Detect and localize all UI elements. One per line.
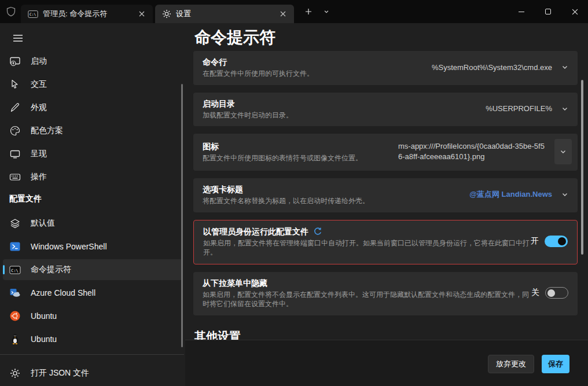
sidebar-item-defaults[interactable]: 默认值 (3, 213, 182, 234)
run-as-admin-toggle[interactable] (545, 236, 568, 247)
minimize-button[interactable] (508, 0, 535, 23)
setting-row-starting-directory[interactable]: 启动目录 加载配置文件时启动的目录。 %USERPROFILE% (193, 93, 578, 127)
admin-shield-icon (6, 6, 16, 19)
open-json-file-button[interactable]: 打开 JSON 文件 (3, 362, 182, 384)
gear-icon (9, 368, 21, 378)
chevron-down-icon (560, 148, 567, 155)
sidebar: 启动 交互 外观 配色方案 呈现 操作 配置文件 默认值 (0, 23, 185, 386)
svg-text:C:\: C:\ (30, 12, 36, 16)
setting-row-tab-title[interactable]: 选项卡标题 将配置文件名称替换为标题，以在启动时传递给外壳。 @蓝点网 Land… (193, 178, 578, 212)
icon-path-value: ms-appx:///ProfileIcons/{0caa0dad-35be-5… (398, 141, 547, 162)
page-title: 命令提示符 (194, 27, 275, 49)
pen-icon (9, 102, 21, 113)
sidebar-item-windows-powershell[interactable]: Windows PowerShell (3, 236, 182, 257)
starting-directory-value: %USERPROFILE% (486, 104, 552, 113)
close-icon (572, 9, 578, 15)
sidebar-item-rendering[interactable]: 呈现 (3, 144, 182, 164)
chevron-down-icon[interactable] (561, 105, 568, 112)
tab-label: 设置 (176, 9, 191, 19)
setting-row-hide-from-dropdown[interactable]: 从下拉菜单中隐藏 如果启用，配置文件将不会显示在配置文件列表中。这可用于隐藏默认… (193, 272, 578, 315)
close-tab-icon[interactable] (137, 9, 147, 19)
svg-text:C:\: C:\ (11, 268, 19, 273)
content-scrollbar[interactable] (581, 80, 583, 255)
keyboard-icon (9, 171, 21, 183)
setting-row-command-line[interactable]: 命令行 在配置文件中所使用的可执行文件。 %SystemRoot%\System… (193, 51, 578, 85)
monitor-icon (9, 148, 21, 160)
cmd-icon: C:\ (28, 10, 38, 19)
chevron-down-icon (324, 9, 329, 14)
hamburger-menu-button[interactable] (8, 30, 28, 46)
save-button[interactable]: 保存 (542, 355, 569, 373)
sidebar-divider (0, 354, 184, 355)
palette-icon (9, 125, 21, 137)
layers-icon (9, 218, 21, 229)
toggle-state-label: 关 (531, 288, 539, 298)
sidebar-item-actions[interactable]: 操作 (3, 167, 182, 188)
plus-icon (305, 8, 312, 15)
powershell-icon (9, 241, 21, 252)
sidebar-item-ubuntu-tux[interactable]: Ubuntu (3, 329, 182, 350)
setting-row-run-as-admin[interactable]: 以管理员身份运行此配置文件 如果启用，配置文件将在管理终端窗口中自动打开。如果当… (193, 220, 578, 264)
chevron-down-icon[interactable] (561, 64, 568, 71)
maximize-button[interactable] (535, 0, 561, 23)
toggle-knob (547, 289, 555, 297)
maximize-icon (545, 9, 551, 14)
sidebar-item-startup[interactable]: 启动 (3, 51, 182, 72)
titlebar: C:\ 管理员: 命令提示符 设置 (0, 0, 588, 23)
setting-row-icon[interactable]: 图标 配置文件中所使用图标的表情符号或图像文件位置。 ms-appx:///Pr… (193, 134, 578, 171)
close-tab-icon[interactable] (278, 9, 288, 19)
tab-command-prompt[interactable]: C:\ 管理员: 命令提示符 (21, 5, 153, 23)
tux-icon (9, 333, 21, 345)
sidebar-item-command-prompt[interactable]: C:\ 命令提示符 (3, 259, 182, 280)
icon-combobox-button[interactable] (554, 139, 572, 164)
discard-changes-button[interactable]: 放弃更改 (488, 355, 534, 373)
settings-content: 命令提示符 命令行 在配置文件中所使用的可执行文件。 %SystemRoot%\… (185, 23, 588, 340)
toggle-knob (558, 237, 566, 245)
close-window-button[interactable] (561, 0, 588, 23)
tab-dropdown-button[interactable] (319, 0, 334, 23)
sidebar-item-interaction[interactable]: 交互 (3, 74, 182, 95)
undo-reset-icon[interactable] (313, 227, 322, 236)
sidebar-item-ubuntu[interactable]: Ubuntu (3, 306, 182, 326)
minimize-icon (519, 12, 524, 12)
sidebar-item-color-schemes[interactable]: 配色方案 (3, 120, 182, 141)
cmd-icon: C:\ (9, 265, 21, 275)
azure-cloud-icon (9, 287, 21, 299)
toggle-state-label: 开 (531, 236, 539, 247)
sidebar-scrollbar[interactable] (181, 84, 183, 347)
tab-label: 管理员: 命令提示符 (43, 9, 107, 19)
hamburger-icon (13, 34, 23, 42)
profiles-section-header: 配置文件 (9, 194, 42, 204)
tab-settings[interactable]: 设置 (155, 5, 294, 23)
sidebar-item-appearance[interactable]: 外观 (3, 97, 182, 118)
new-tab-button[interactable] (300, 0, 317, 23)
footer-bar: 放弃更改 保存 (185, 340, 588, 386)
ubuntu-icon (9, 310, 21, 322)
hide-from-dropdown-toggle[interactable] (545, 287, 568, 299)
cursor-icon (9, 79, 21, 90)
launch-icon (9, 56, 21, 67)
gear-icon (162, 9, 171, 19)
command-line-value: %SystemRoot%\System32\cmd.exe (432, 63, 552, 72)
sidebar-item-azure-cloud-shell[interactable]: Azure Cloud Shell (3, 282, 182, 303)
tab-title-value: @蓝点网 Landian.News (469, 189, 552, 200)
chevron-down-icon[interactable] (561, 191, 568, 198)
